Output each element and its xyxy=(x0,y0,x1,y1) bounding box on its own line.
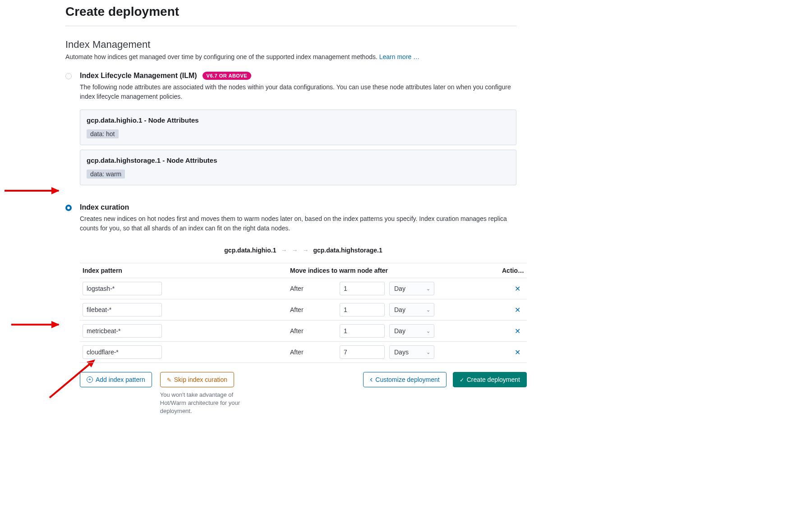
skip-help-text: You won't take advantage of Hot/Warm arc… xyxy=(160,391,241,416)
node-attr-chip: data: hot xyxy=(87,129,119,138)
curation-description: Creates new indices on hot nodes first a… xyxy=(80,214,527,233)
delete-row-button[interactable]: ✕ xyxy=(511,283,524,295)
node-attr-title: gcp.data.highstorage.1 - Node Attributes xyxy=(87,156,510,164)
subtitle-text: Automate how indices get managed over ti… xyxy=(65,53,379,60)
curation-title: Index curation xyxy=(80,203,129,211)
pattern-input[interactable] xyxy=(83,324,162,338)
add-index-pattern-label: Add index pattern xyxy=(96,376,145,383)
pattern-input[interactable] xyxy=(83,303,162,316)
skip-index-curation-button[interactable]: Skip index curation xyxy=(160,372,234,387)
index-management-subtitle: Automate how indices get managed over ti… xyxy=(65,53,516,60)
node-attr-card: gcp.data.highstorage.1 - Node Attributes… xyxy=(80,150,516,185)
after-label: After xyxy=(290,285,335,292)
table-row: After Day ⌄ ✕ xyxy=(80,321,527,342)
column-header-actions: Actio… xyxy=(502,267,524,274)
create-deployment-button[interactable]: Create deployment xyxy=(453,372,527,387)
ilm-title: Index Lifecycle Management (ILM) xyxy=(80,72,197,80)
delete-row-button[interactable]: ✕ xyxy=(511,325,524,337)
pattern-input[interactable] xyxy=(83,282,162,295)
quantity-input[interactable] xyxy=(340,324,385,338)
node-attr-chip: data: warm xyxy=(87,170,125,179)
flow-to: gcp.data.highstorage.1 xyxy=(313,247,382,254)
node-attr-card: gcp.data.highio.1 - Node Attributes data… xyxy=(80,110,516,145)
delete-row-button[interactable]: ✕ xyxy=(511,304,524,316)
quantity-input[interactable] xyxy=(340,345,385,359)
after-label: After xyxy=(290,327,335,335)
arrow-right-icon: → xyxy=(281,247,287,254)
arrow-right-icon: → xyxy=(291,247,298,254)
chevron-left-icon xyxy=(370,376,373,383)
create-label: Create deployment xyxy=(467,376,520,383)
table-row: After Day ⌄ ✕ xyxy=(80,278,527,299)
quantity-input[interactable] xyxy=(340,303,385,316)
radio-ilm[interactable] xyxy=(65,73,72,79)
node-attr-title: gcp.data.highio.1 - Node Attributes xyxy=(87,116,510,124)
after-label: After xyxy=(290,349,335,356)
customize-label: Customize deployment xyxy=(375,376,439,383)
quantity-input[interactable] xyxy=(340,282,385,295)
learn-more-link[interactable]: Learn more … xyxy=(379,53,419,60)
customize-deployment-button[interactable]: Customize deployment xyxy=(363,372,446,387)
plus-circle-icon: + xyxy=(87,376,93,383)
annotation-arrow xyxy=(5,190,59,192)
index-management-heading: Index Management xyxy=(65,39,516,50)
table-row: After Days ⌄ ✕ xyxy=(80,342,527,363)
arrow-right-icon: → xyxy=(302,247,309,254)
ilm-description: The following node attributes are associ… xyxy=(80,83,516,101)
column-header-move: Move indices to warm node after xyxy=(290,267,502,274)
delete-row-button[interactable]: ✕ xyxy=(511,346,524,358)
unit-select[interactable]: Day xyxy=(389,303,434,316)
unit-select[interactable]: Day xyxy=(389,324,434,338)
check-icon xyxy=(460,376,464,383)
radio-curation[interactable] xyxy=(65,205,72,211)
unit-select[interactable]: Day xyxy=(389,282,434,295)
ilm-badge: V6.7 OR ABOVE xyxy=(203,72,251,80)
column-header-pattern: Index pattern xyxy=(83,267,290,274)
pattern-input[interactable] xyxy=(83,345,162,359)
skip-label: Skip index curation xyxy=(174,376,227,383)
flow-from: gcp.data.highio.1 xyxy=(224,247,276,254)
page-title: Create deployment xyxy=(65,5,516,26)
add-index-pattern-button[interactable]: + Add index pattern xyxy=(80,372,152,387)
table-row: After Day ⌄ ✕ xyxy=(80,299,527,321)
eraser-icon xyxy=(167,376,171,383)
unit-select[interactable]: Days xyxy=(389,345,434,359)
annotation-arrow xyxy=(11,324,59,326)
after-label: After xyxy=(290,306,335,313)
